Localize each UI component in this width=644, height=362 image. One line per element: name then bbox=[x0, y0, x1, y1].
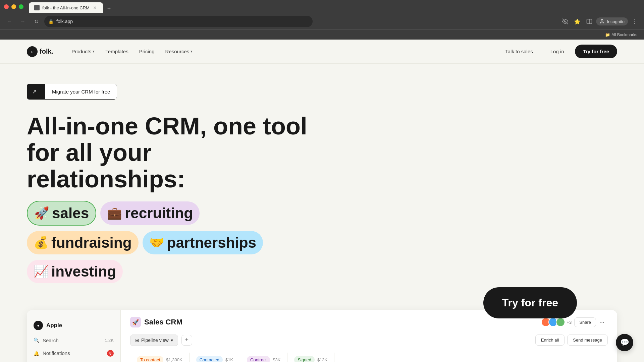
browser-titlebar: folk - the All-in-one CRM ✕ + bbox=[0, 0, 644, 13]
tag-recruiting-label: recruiting bbox=[125, 205, 193, 222]
bookmark-folder-icon: 📁 bbox=[605, 33, 610, 37]
enrich-all-button[interactable]: Enrich all bbox=[535, 335, 565, 346]
svg-point-3 bbox=[601, 19, 603, 21]
stage-badge-2: Contract bbox=[247, 356, 270, 362]
tag-fundraising: 💰 fundraising bbox=[27, 231, 139, 254]
browser-chrome: folk - the All-in-one CRM ✕ + ← → ↻ 🔒 fo… bbox=[0, 0, 644, 40]
pipeline-view-button[interactable]: ⊞ Pipeline view ▾ bbox=[130, 335, 178, 346]
bookmarks-bar: 📁 All Bookmarks bbox=[0, 29, 644, 40]
window-maximize-button[interactable] bbox=[19, 4, 23, 9]
tab-favicon bbox=[34, 5, 40, 10]
demo-search-item[interactable]: 🔍 Search 1.2K bbox=[27, 334, 120, 347]
pipeline-chevron-icon: ▾ bbox=[171, 338, 173, 343]
stage-badge-1: Contacted bbox=[196, 356, 223, 362]
search-icon: 🔍 bbox=[34, 338, 39, 343]
split-view-icon[interactable] bbox=[584, 16, 595, 27]
pipeline-stage-3: Signed $13K bbox=[287, 353, 334, 362]
refresh-button[interactable]: ↻ bbox=[31, 16, 42, 27]
demo-sidebar: ● Apple 🔍 Search 1.2K 🔔 Notifications 8 … bbox=[27, 310, 121, 362]
avatar-count: +3 bbox=[567, 320, 572, 325]
login-button[interactable]: Log in bbox=[544, 45, 571, 58]
pipeline-row: To contact $1,300K Contacted $1K Contrac… bbox=[130, 353, 608, 362]
recruiting-emoji-icon: 💼 bbox=[107, 206, 122, 220]
crm-title-icon: 🚀 bbox=[130, 317, 141, 327]
tag-recruiting: 💼 recruiting bbox=[100, 201, 200, 225]
try-free-hero-button[interactable]: Try for free bbox=[483, 287, 577, 318]
nav-products-link[interactable]: Products ▾ bbox=[67, 46, 99, 57]
products-chevron-icon: ▾ bbox=[93, 49, 95, 54]
pipeline-grid-icon: ⊞ bbox=[135, 338, 139, 343]
demo-toolbar: ⊞ Pipeline view ▾ + Enrich all Send mess… bbox=[130, 335, 608, 346]
migrate-badge[interactable]: ↗ Migrate your CRM for free bbox=[27, 84, 117, 100]
demo-title-row: 🚀 Sales CRM bbox=[130, 317, 541, 327]
lock-icon: 🔒 bbox=[48, 19, 54, 24]
chat-icon: 💬 bbox=[620, 338, 629, 347]
menu-button[interactable]: ⋮ bbox=[629, 16, 640, 27]
headline-part1: All-in-one CRM, one tool for all yourrel… bbox=[27, 113, 307, 192]
logo-link[interactable]: ○ folk. bbox=[27, 46, 53, 57]
page-content: ○ folk. Products ▾ Templates Pricing Res… bbox=[0, 40, 644, 362]
all-bookmarks-label: All Bookmarks bbox=[611, 33, 637, 37]
stage-amount-2: $3K bbox=[273, 357, 280, 362]
send-message-button[interactable]: Send message bbox=[567, 335, 608, 346]
window-controls bbox=[4, 4, 23, 9]
investing-emoji-icon: 📈 bbox=[34, 264, 49, 279]
more-options-button[interactable]: ··· bbox=[596, 317, 608, 328]
tag-investing: 📈 investing bbox=[27, 260, 123, 283]
tab-bar: folk - the All-in-one CRM ✕ + bbox=[26, 0, 640, 13]
incognito-badge[interactable]: Incognito bbox=[596, 17, 628, 25]
demo-action-buttons: Enrich all Send message bbox=[535, 335, 608, 346]
nav-actions: Talk to sales Log in Try for free bbox=[498, 45, 617, 58]
add-view-button[interactable]: + bbox=[181, 335, 192, 346]
stage-amount-1: $1K bbox=[225, 357, 233, 362]
window-minimize-button[interactable] bbox=[11, 4, 16, 9]
resources-chevron-icon: ▾ bbox=[191, 49, 193, 54]
nav-pricing-link[interactable]: Pricing bbox=[135, 46, 159, 57]
demo-avatars: +3 bbox=[541, 317, 572, 327]
toolbar-right: ⭐ Incognito ⋮ bbox=[560, 16, 640, 27]
demo-messages-item[interactable]: ✉️ Messages bbox=[27, 360, 120, 362]
window-close-button[interactable] bbox=[4, 4, 9, 9]
chat-widget[interactable]: 💬 bbox=[616, 334, 633, 351]
company-icon: ● bbox=[34, 321, 43, 330]
tag-fundraising-label: fundraising bbox=[51, 234, 132, 251]
nav-templates-link[interactable]: Templates bbox=[101, 46, 133, 57]
browser-tab-active[interactable]: folk - the All-in-one CRM ✕ bbox=[29, 2, 103, 13]
new-tab-button[interactable]: + bbox=[104, 4, 114, 13]
tag-investing-label: investing bbox=[51, 263, 116, 280]
fundraising-emoji-icon: 💰 bbox=[34, 236, 49, 250]
address-bar[interactable]: 🔒 folk.app bbox=[44, 16, 313, 27]
hero-section: ↗ Migrate your CRM for free All-in-one C… bbox=[0, 64, 644, 297]
tag-partnerships: 🤝 partnerships bbox=[143, 231, 263, 254]
hero-tags-row3: 📈 investing bbox=[27, 260, 617, 283]
demo-company-name: ● Apple bbox=[27, 317, 120, 334]
avatar-3 bbox=[556, 317, 565, 327]
share-button[interactable]: Share bbox=[574, 317, 596, 327]
incognito-label: Incognito bbox=[607, 19, 625, 24]
back-button[interactable]: ← bbox=[4, 16, 15, 27]
all-bookmarks-item[interactable]: 📁 All Bookmarks bbox=[602, 32, 640, 38]
try-free-nav-button[interactable]: Try for free bbox=[575, 45, 617, 58]
migrate-arrow-icon: ↗ bbox=[27, 84, 42, 100]
crm-title: Sales CRM bbox=[144, 318, 182, 326]
partnerships-emoji-icon: 🤝 bbox=[149, 236, 164, 250]
hero-tags-row2: 💰 fundraising 🤝 partnerships bbox=[27, 231, 617, 254]
demo-notifications-item[interactable]: 🔔 Notifications 8 bbox=[27, 347, 120, 360]
eye-slash-icon[interactable] bbox=[560, 16, 571, 27]
sales-emoji-icon: 🚀 bbox=[34, 206, 49, 220]
hero-content: All-in-one CRM, one tool for all yourrel… bbox=[27, 113, 617, 283]
tab-close-button[interactable]: ✕ bbox=[92, 5, 98, 10]
talk-to-sales-button[interactable]: Talk to sales bbox=[498, 45, 540, 58]
address-text: folk.app bbox=[56, 19, 309, 24]
tag-sales: 🚀 sales bbox=[27, 201, 96, 226]
hero-headline: All-in-one CRM, one tool for all yourrel… bbox=[27, 113, 329, 193]
logo-text: folk. bbox=[40, 48, 53, 55]
bookmark-star-icon[interactable]: ⭐ bbox=[572, 16, 583, 27]
stage-badge-0: To contact bbox=[137, 356, 163, 362]
tab-title: folk - the All-in-one CRM bbox=[42, 5, 90, 10]
forward-button[interactable]: → bbox=[17, 16, 28, 27]
nav-resources-link[interactable]: Resources ▾ bbox=[161, 46, 198, 57]
browser-toolbar: ← → ↻ 🔒 folk.app ⭐ bbox=[0, 13, 644, 29]
stage-badge-3: Signed bbox=[294, 356, 314, 362]
navbar: ○ folk. Products ▾ Templates Pricing Res… bbox=[0, 40, 644, 64]
